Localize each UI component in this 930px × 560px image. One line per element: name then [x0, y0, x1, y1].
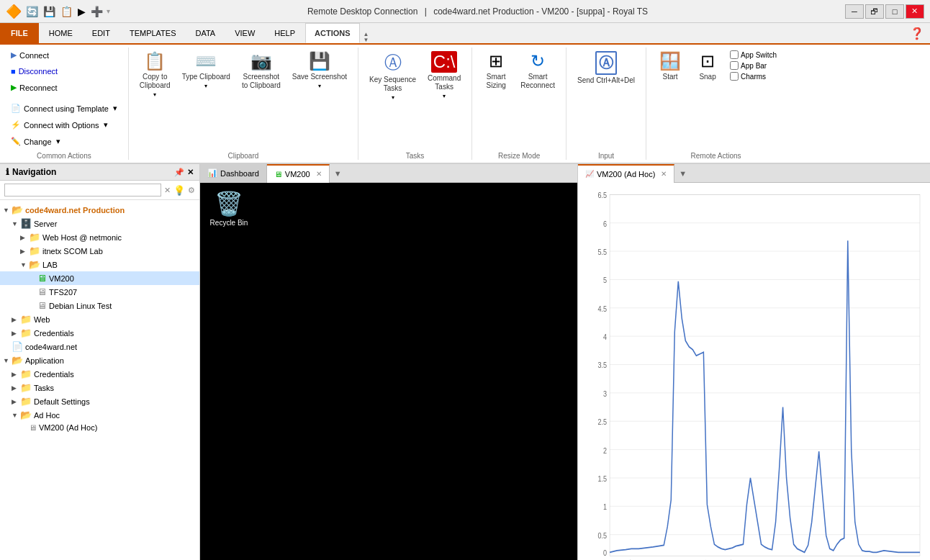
- tree-item-application[interactable]: ▼ 📂 Application: [0, 353, 199, 367]
- tab-vm200-adhoc[interactable]: 📈 VM200 (Ad Hoc) ✕: [578, 164, 674, 183]
- tree-item-adhoc[interactable]: ▼ 📂 Ad Hoc: [0, 408, 199, 422]
- command-tasks-button[interactable]: C:\ Command Tasks ▾: [423, 48, 466, 103]
- qa-refresh[interactable]: 🔄: [24, 4, 40, 19]
- tab-vm200-close[interactable]: ✕: [316, 170, 322, 178]
- ctrl-alt-del-button[interactable]: Ⓐ Send Ctrl+Alt+Del: [572, 48, 640, 89]
- tree-item-debian[interactable]: ▶ 🖥 Debian Linux Test: [0, 299, 199, 312]
- change-dropdown-icon[interactable]: ▾: [56, 137, 60, 146]
- tab-templates[interactable]: TEMPLATES: [120, 23, 186, 43]
- smart-sizing-button[interactable]: ⊞ Smart Sizing: [478, 48, 514, 94]
- qa-save[interactable]: 💾: [42, 4, 57, 19]
- nav-close-icon[interactable]: ✕: [187, 168, 194, 177]
- charms-checkbox[interactable]: [730, 72, 739, 81]
- copy-dropdown-icon[interactable]: ▾: [153, 91, 156, 98]
- minimize-button[interactable]: ─: [845, 4, 864, 19]
- tree-item-credentials[interactable]: ▶ 📁 Credentials: [0, 326, 199, 340]
- qa-dropdown[interactable]: ▾: [107, 7, 110, 15]
- snap-button[interactable]: ⊡ Snap: [690, 48, 726, 85]
- keyseq-dropdown-icon[interactable]: ▾: [392, 94, 394, 101]
- screenshot-to-clipboard-button[interactable]: 📷 Screenshot to Clipboard: [237, 48, 286, 94]
- tab-dashboard[interactable]: 📊 Dashboard: [200, 164, 267, 183]
- disconnect-button[interactable]: ■ Disconnect: [6, 64, 122, 78]
- tasks-items: Ⓐ Key Sequence Tasks ▾ C:\ Command Tasks…: [364, 48, 466, 149]
- chart-area: 6.5 6 5.5 5 4.5 4 3.5 3 2.5 2 1.5 1: [578, 183, 930, 560]
- tab-more-btn[interactable]: ▼: [330, 169, 346, 178]
- maximize-button[interactable]: □: [885, 4, 904, 19]
- tab-actions[interactable]: ACTIONS: [305, 23, 360, 43]
- tree-item-vm200-adhoc[interactable]: ▶ 🖥 VM200 (Ad Hoc): [0, 422, 199, 433]
- navigation-panel: ℹ Navigation 📌 ✕ ✕ 💡 ⚙ ▼ 📂 code4ward.net…: [0, 164, 200, 560]
- ribbon-content: ▶ Connect ■ Disconnect ▶ Reconnect 📄 Con…: [0, 43, 930, 163]
- vm200-tab-icon: 🖥: [274, 170, 282, 179]
- tree-item-itnetx[interactable]: ▶ 📁 itnetx SCOM Lab: [0, 244, 199, 258]
- restore-button[interactable]: 🗗: [865, 4, 884, 19]
- connect-button[interactable]: ▶ Connect: [6, 48, 122, 63]
- app-bar-checkbox[interactable]: [730, 61, 739, 70]
- key-sequence-tasks-button[interactable]: Ⓐ Key Sequence Tasks ▾: [364, 48, 421, 104]
- save-dropdown-icon[interactable]: ▾: [318, 83, 321, 89]
- tree-item-code4ward-net[interactable]: ▶ 📄 code4ward.net: [0, 340, 199, 353]
- save-screenshot-label: Save Screenshot: [292, 73, 347, 81]
- perf-tab-more[interactable]: ▼: [674, 169, 691, 178]
- perf-tab-close[interactable]: ✕: [661, 170, 667, 178]
- search-clear-icon[interactable]: ✕: [164, 186, 171, 195]
- start-button[interactable]: 🪟 Start: [652, 48, 688, 85]
- start-icon: 🪟: [659, 51, 681, 71]
- copy-clipboard-label: Copy to Clipboard: [140, 73, 171, 90]
- close-button[interactable]: ✕: [906, 4, 924, 19]
- rdp-desktop[interactable]: 🗑️ Recycle Bin: [200, 183, 577, 560]
- qa-add[interactable]: ➕: [89, 4, 104, 19]
- qa-play[interactable]: ▶: [76, 4, 87, 19]
- change-button[interactable]: ✏️ Change ▾: [6, 134, 122, 149]
- command-dropdown-icon[interactable]: ▾: [443, 93, 446, 99]
- template-dropdown-icon[interactable]: ▾: [113, 104, 117, 113]
- app-switch-item[interactable]: App Switch: [730, 50, 777, 59]
- app-switch-checkbox[interactable]: [730, 50, 739, 59]
- app-bar-item[interactable]: App Bar: [730, 61, 777, 70]
- command-tasks-icon: C:\: [431, 51, 458, 73]
- copy-to-clipboard-button[interactable]: 📋 Copy to Clipboard ▾: [135, 48, 176, 101]
- tree-item-lab[interactable]: ▼ 📂 LAB: [0, 258, 199, 271]
- tree-item-web[interactable]: ▶ 📁 Web: [0, 312, 199, 326]
- save-screenshot-button[interactable]: 💾 Save Screenshot ▾: [287, 48, 352, 93]
- smart-reconnect-button[interactable]: ↻ Smart Reconnect: [515, 48, 560, 94]
- type-dropdown-icon[interactable]: ▾: [204, 83, 207, 89]
- recycle-bin-icon[interactable]: 🗑️ Recycle Bin: [207, 190, 250, 227]
- nav-pin-icon[interactable]: 📌: [174, 168, 184, 177]
- group-tasks: Ⓐ Key Sequence Tasks ▾ C:\ Command Tasks…: [358, 48, 472, 160]
- type-clipboard-icon: ⌨️: [195, 51, 217, 71]
- tab-data[interactable]: DATA: [186, 23, 225, 43]
- type-clipboard-button[interactable]: ⌨️ Type Clipboard ▾: [177, 48, 235, 93]
- rdp-panel[interactable]: 🗑️ Recycle Bin 🪟 Start 📁 💻 📂: [200, 183, 577, 560]
- charms-item[interactable]: Charms: [730, 72, 777, 81]
- search-bulb-icon[interactable]: 💡: [173, 185, 185, 196]
- options-dropdown-icon[interactable]: ▾: [104, 120, 108, 130]
- tree-item-vm200[interactable]: ▶ 🖥 VM200: [0, 271, 199, 285]
- help-icon[interactable]: ❓: [904, 24, 930, 43]
- tab-home[interactable]: HOME: [40, 23, 82, 43]
- search-settings-icon[interactable]: ⚙: [188, 186, 195, 195]
- tree-item-webhost[interactable]: ▶ 📁 Web Host @ netmonic: [0, 230, 199, 244]
- ribbon-collapse[interactable]: ▲ ▼: [364, 32, 369, 43]
- nav-search-input[interactable]: [4, 184, 161, 197]
- tree-item-server[interactable]: ▼ 🗄️ Server: [0, 217, 199, 230]
- qa-clipboard[interactable]: 📋: [59, 4, 74, 19]
- tree-arrow: ▼: [3, 207, 12, 214]
- tree-item-app-tasks[interactable]: ▶ 📁 Tasks: [0, 381, 199, 394]
- tree-label: LAB: [42, 261, 58, 269]
- tab-edit[interactable]: EDIT: [83, 23, 119, 43]
- tree-item-tfs207[interactable]: ▶ 🖥 TFS207: [0, 285, 199, 299]
- connect-template-button[interactable]: 📄 Connect using Template ▾: [6, 101, 122, 116]
- tab-view[interactable]: VIEW: [225, 23, 264, 43]
- tree-item-app-credentials[interactable]: ▶ 📁 Credentials: [0, 367, 199, 381]
- nav-tree: ▼ 📂 code4ward.net Production ▼ 🗄️ Server…: [0, 200, 199, 560]
- tab-file[interactable]: FILE: [0, 23, 39, 43]
- tree-item-code4ward-prod[interactable]: ▼ 📂 code4ward.net Production: [0, 203, 199, 217]
- tab-help[interactable]: HELP: [265, 23, 304, 43]
- performance-chart: 6.5 6 5.5 5 4.5 4 3.5 3 2.5 2 1.5 1: [581, 186, 927, 560]
- connect-options-button[interactable]: ⚡ Connect with Options ▾: [6, 117, 122, 132]
- reconnect-button[interactable]: ▶ Reconnect: [6, 80, 122, 95]
- tab-vm200[interactable]: 🖥 VM200 ✕: [267, 164, 330, 183]
- tree-item-default-settings[interactable]: ▶ 📁 Default Settings: [0, 394, 199, 408]
- smart-reconnect-label: Smart Reconnect: [520, 73, 555, 90]
